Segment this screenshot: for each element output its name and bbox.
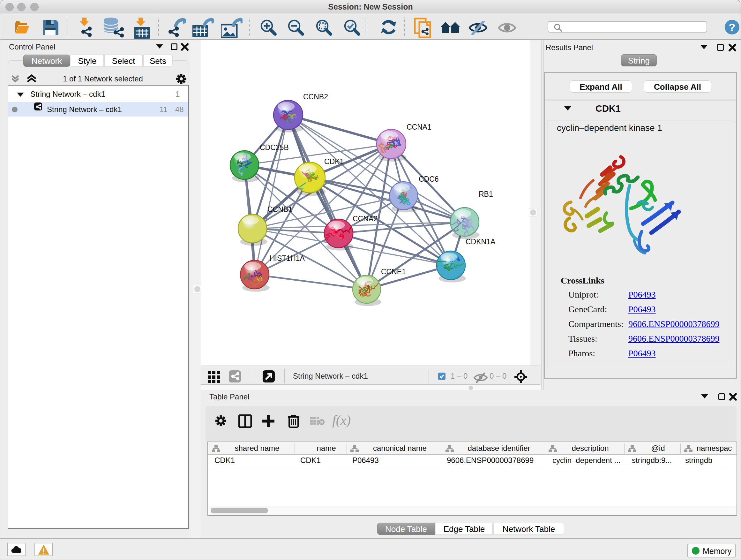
svg-text:CCNA2: CCNA2 <box>353 214 378 223</box>
svg-text:RB1: RB1 <box>479 190 493 198</box>
svg-text:CDC6: CDC6 <box>419 175 439 183</box>
svg-text:CCNB2: CCNB2 <box>303 92 328 101</box>
svg-text:HIST1H1A: HIST1H1A <box>270 254 305 262</box>
svg-text:CDK1: CDK1 <box>324 158 344 166</box>
svg-text:CDC25B: CDC25B <box>260 143 289 152</box>
svg-text:CDKN1A: CDKN1A <box>466 238 495 246</box>
svg-text:CCNB1: CCNB1 <box>267 205 292 213</box>
svg-text:CCNE1: CCNE1 <box>381 267 406 276</box>
svg-text:CCNA1: CCNA1 <box>407 123 431 131</box>
